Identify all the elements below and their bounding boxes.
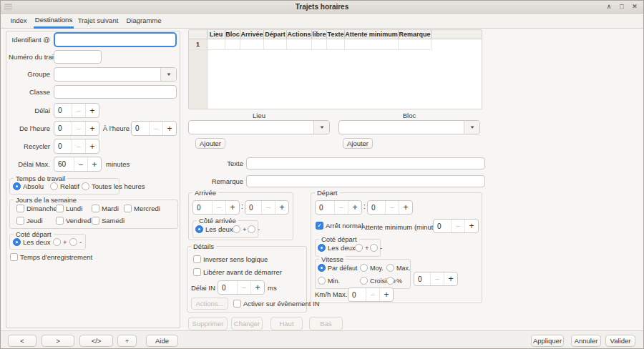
close-icon[interactable]: ✕ [629,1,640,13]
checkbox-inverser-sens-logique[interactable]: Inverser sens logique [193,255,268,263]
recycler-spinner[interactable]: 0 [54,139,99,154]
checkbox-mardi[interactable]: Mardi [92,205,119,212]
radio-icon[interactable] [233,225,240,233]
actions-button[interactable]: Actions... [191,298,228,310]
minus-icon[interactable] [366,288,379,301]
code-button[interactable]: </> [79,335,113,347]
col-lieu[interactable]: Lieu [208,30,225,39]
groupe-input[interactable] [54,68,160,81]
aide-button[interactable]: Aide [146,335,178,347]
col-texte[interactable]: Texte [327,30,345,39]
radio-plus[interactable]: + [355,244,369,252]
valider-button[interactable]: Valider [605,335,635,347]
radio-les-deux[interactable]: Les deux [195,225,233,233]
checkbox-lundi[interactable]: Lundi [56,205,82,212]
minus-icon[interactable] [72,139,85,153]
checkbox-activer-evenement-in[interactable]: Activer sur évènement IN [233,300,320,308]
radio-moins[interactable]: - [370,244,382,252]
add-button[interactable]: + [117,335,137,347]
checkbox-icon[interactable] [16,205,24,212]
changer-button[interactable]: Changer [231,317,263,330]
checkbox-icon[interactable] [124,205,132,212]
plus-icon[interactable] [87,157,101,171]
checkbox-icon[interactable] [56,217,64,225]
supprimer-button[interactable]: Supprimer [188,317,228,330]
delai-spinner[interactable]: 0 [54,103,99,118]
radio-les-deux[interactable]: Les deux [318,244,356,252]
minus-icon[interactable] [385,201,399,214]
checkbox-samedi[interactable]: Samedi [92,217,125,225]
minus-icon[interactable] [72,122,85,135]
cell-libre[interactable] [312,39,327,50]
plus-icon[interactable] [348,201,361,214]
checkbox-icon[interactable] [92,205,99,212]
cell-texte[interactable] [327,39,345,50]
col-attente-minimum[interactable]: Attente minimum [345,30,399,39]
minus-icon[interactable] [430,272,444,285]
annuler-button[interactable]: Annuler [571,335,601,347]
radio-icon[interactable] [69,238,77,246]
radio-pourcent[interactable]: % [386,277,402,285]
checkbox-dimanche[interactable]: Dimanche [16,205,57,212]
next-button[interactable]: > [42,335,74,347]
kmh-max-spinner[interactable]: 0 [348,287,394,302]
radio-icon[interactable] [318,244,326,252]
plus-icon[interactable] [444,272,457,285]
checkbox-jeudi[interactable]: Jeudi [16,217,43,225]
groupe-combobox[interactable] [54,67,177,82]
radio-icon[interactable] [360,264,368,272]
checkbox-icon[interactable] [193,255,201,263]
classe-input[interactable] [54,85,177,99]
checkbox-vendredi[interactable]: Vendredi [56,217,93,225]
radio-par-defaut[interactable]: Par défaut [318,264,358,272]
plus-icon[interactable] [85,139,99,153]
depart-minute-spinner[interactable]: 0 [367,200,413,215]
cell-depart[interactable] [264,39,287,50]
bas-button[interactable]: Bas [309,317,343,330]
arrivee-minute-spinner[interactable]: 0 [245,200,289,215]
radio-icon[interactable] [195,225,203,233]
plus-icon[interactable] [250,281,264,294]
arrivee-heure-spinner[interactable]: 0 [192,200,240,215]
minus-icon[interactable] [451,220,464,232]
checkbox-arret-normal[interactable]: Arrêt normal [316,222,363,230]
minus-icon[interactable] [334,201,348,214]
tab-diagramme[interactable]: Diagramme [122,14,165,29]
radio-icon[interactable] [370,244,378,252]
radio-icon[interactable] [360,277,368,285]
appliquer-button[interactable]: Appliquer [531,335,564,347]
radio-les-deux[interactable]: Les deux [13,238,51,246]
radio-icon[interactable] [13,182,21,190]
radio-toutes-les-heures[interactable]: Toutes les heures [82,182,145,190]
radio-moy[interactable]: Moy. [360,264,384,272]
checkbox-icon[interactable] [92,217,99,225]
radio-min[interactable]: Min. [318,277,340,285]
bloc-combobox[interactable] [338,120,480,134]
radio-icon[interactable] [248,225,255,233]
attente-minimum-spinner[interactable]: 0 [433,219,479,233]
tab-destinations[interactable]: Destinations [34,14,74,29]
radio-moins[interactable]: - [69,238,82,246]
radio-plus[interactable]: + [233,225,247,233]
radio-moins[interactable]: - [248,225,260,233]
cell-actions[interactable] [287,39,312,50]
radio-relatif[interactable]: Relatif [50,182,79,190]
checkbox-icon[interactable] [10,253,18,261]
radio-plus[interactable]: + [53,238,67,246]
plus-icon[interactable] [275,201,288,214]
row-number[interactable]: 1 [189,39,208,50]
radio-icon[interactable] [13,238,21,246]
haut-button[interactable]: Haut [270,317,303,330]
vitesse-pourcent-spinner[interactable]: 0 [414,272,458,286]
bloc-input[interactable] [339,121,464,134]
checkbox-icon[interactable] [193,268,201,276]
minimize-icon[interactable]: ∧ [603,1,615,13]
radio-icon[interactable] [355,244,363,252]
plus-icon[interactable] [464,220,478,232]
de-lheure-spinner[interactable]: 0 [54,121,99,136]
checkbox-checked-icon[interactable] [316,222,323,230]
table-row[interactable]: 1 [189,39,482,50]
col-bloc[interactable]: Bloc [225,30,240,39]
plus-icon[interactable] [85,104,99,117]
minus-icon[interactable] [74,157,87,171]
